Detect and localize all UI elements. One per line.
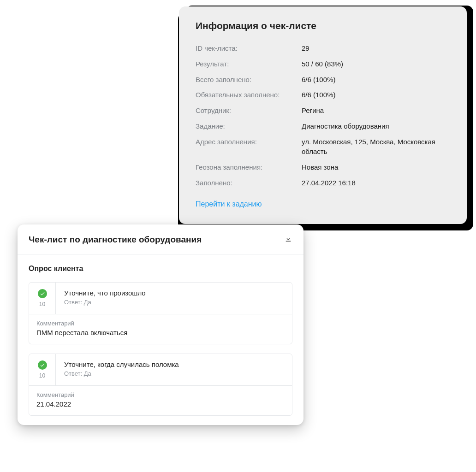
info-row: ID чек-листа: 29	[196, 41, 450, 56]
info-card-title: Информация о чек-листе	[196, 20, 450, 31]
checklist-card: Чек-лист по диагностике оборудования Опр…	[18, 224, 303, 425]
checklist-comment-value: ПММ перестала включаться	[36, 329, 285, 336]
info-value-task: Диагностика оборудования	[302, 121, 450, 131]
info-label: Обязательных заполнено:	[196, 90, 302, 100]
info-value-required-filled: 6/6 (100%)	[302, 90, 450, 100]
info-row: Сотрудник: Регина	[196, 103, 450, 118]
info-row: Всего заполнено: 6/6 (100%)	[196, 72, 450, 88]
checklist-item-answer: Ответ: Да	[64, 299, 284, 306]
info-value-total-filled: 6/6 (100%)	[302, 75, 450, 85]
info-row: Задание: Диагностика оборудования	[196, 118, 450, 134]
checklist-item-badge: 10	[29, 354, 56, 385]
checklist-item-score: 10	[39, 301, 45, 307]
check-ok-icon	[38, 360, 47, 370]
info-value-employee: Регина	[302, 106, 450, 116]
checklist-item-comment: Комментарий 21.04.2022	[29, 385, 292, 415]
check-ok-icon	[38, 289, 47, 298]
checklist-item-score: 10	[39, 372, 45, 379]
info-value-address: ул. Московская, 125, Москва, Московская …	[302, 137, 450, 157]
info-row: Адрес заполнения: ул. Московская, 125, М…	[196, 134, 450, 160]
info-label: Адрес заполнения:	[196, 137, 302, 147]
info-row: Результат: 50 / 60 (83%)	[196, 56, 450, 72]
go-to-task-link[interactable]: Перейти к заданию	[196, 200, 262, 208]
info-row: Геозона заполнения: Новая зона	[196, 159, 450, 175]
checklist-item-comment: Комментарий ПММ перестала включаться	[29, 314, 292, 344]
info-label: Задание:	[196, 121, 302, 131]
info-value-filled-at: 27.04.2022 16:18	[302, 178, 450, 188]
checklist-comment-label: Комментарий	[36, 391, 285, 398]
checklist-section-title: Опрос клиента	[18, 254, 303, 278]
checklist-item-question: Уточните, что произошло	[64, 289, 284, 297]
info-label: Геозона заполнения:	[196, 162, 302, 172]
info-row: Заполнено: 27.04.2022 16:18	[196, 175, 450, 191]
checklist-item-top: 10 Уточните, что произошло Ответ: Да	[29, 283, 292, 314]
info-value-result: 50 / 60 (83%)	[302, 59, 450, 69]
checklist-info-card: Информация о чек-листе ID чек-листа: 29 …	[179, 6, 467, 224]
info-value-geozone: Новая зона	[302, 162, 450, 172]
checklist-comment-value: 21.04.2022	[36, 400, 285, 408]
checklist-item: 10 Уточните, когда случилась поломка Отв…	[29, 354, 292, 416]
checklist-item-body: Уточните, что произошло Ответ: Да	[56, 283, 292, 314]
checklist-title: Чек-лист по диагностике оборудования	[29, 235, 202, 245]
info-row: Обязательных заполнено: 6/6 (100%)	[196, 87, 450, 103]
info-label: Сотрудник:	[196, 106, 302, 116]
checklist-item-body: Уточните, когда случилась поломка Ответ:…	[56, 354, 292, 385]
info-label: ID чек-листа:	[196, 43, 302, 53]
checklist-item-badge: 10	[29, 283, 56, 314]
info-label: Заполнено:	[196, 178, 302, 188]
checklist-item-question: Уточните, когда случилась поломка	[64, 360, 284, 368]
checklist-item-answer: Ответ: Да	[64, 370, 284, 377]
checklist-item-top: 10 Уточните, когда случилась поломка Отв…	[29, 354, 292, 385]
info-label: Всего заполнено:	[196, 75, 302, 85]
checklist-comment-label: Комментарий	[36, 320, 285, 327]
info-value-id: 29	[302, 43, 450, 53]
download-icon[interactable]	[284, 235, 292, 245]
checklist-item: 10 Уточните, что произошло Ответ: Да Ком…	[29, 282, 292, 344]
checklist-header: Чек-лист по диагностике оборудования	[18, 224, 303, 254]
info-label: Результат:	[196, 59, 302, 69]
